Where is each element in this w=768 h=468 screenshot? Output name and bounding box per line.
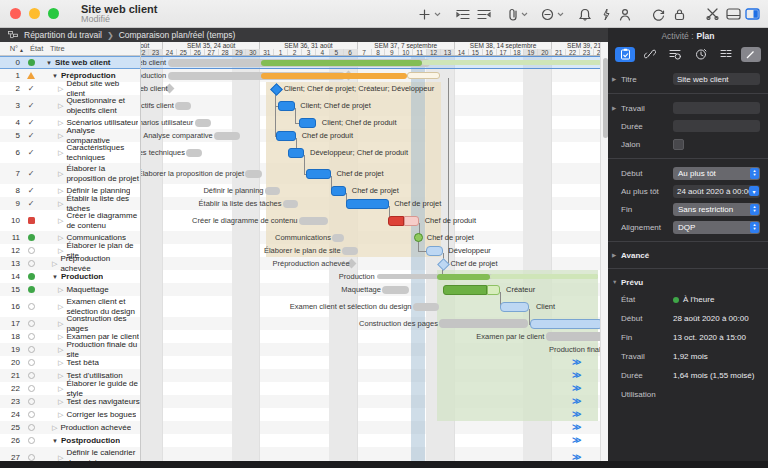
disclosure-leaf-icon[interactable]: ▷ xyxy=(58,320,63,328)
disclosure-icon[interactable]: ▶ xyxy=(612,76,621,82)
task-bar[interactable] xyxy=(331,186,346,196)
summary-progress-bar[interactable] xyxy=(437,274,490,280)
breadcrumb-part-2[interactable]: Comparaison plan/réel (temps) xyxy=(119,30,236,40)
vertical-scrollbar[interactable] xyxy=(600,42,608,468)
table-row[interactable]: 23▷Test des navigateurs xyxy=(0,395,140,408)
phase-remaining-outline[interactable] xyxy=(407,72,440,79)
overdue-remaining-bar[interactable] xyxy=(404,216,419,226)
actual-grey-bar[interactable] xyxy=(439,319,527,328)
disclosure-icon[interactable]: ▶ xyxy=(612,105,621,111)
breadcrumb-part-1[interactable]: Répartition du travail xyxy=(24,30,102,40)
active-task-remaining-bar[interactable] xyxy=(487,285,500,295)
planned-ghost-bar[interactable] xyxy=(245,170,262,178)
planned-ghost-bar[interactable] xyxy=(186,149,202,157)
disclosure-leaf-icon[interactable]: ▷ xyxy=(58,359,63,367)
inspector-tab-link[interactable] xyxy=(640,47,660,62)
table-row[interactable]: 14▼Production xyxy=(0,270,140,283)
sync-icon[interactable] xyxy=(652,4,665,24)
table-row[interactable]: 13▷Préproduction achevée xyxy=(0,257,140,270)
offscreen-task-indicator[interactable]: ≫ xyxy=(572,371,581,380)
inspector-tab-pencil[interactable] xyxy=(741,47,761,62)
panel-right-icon[interactable] xyxy=(745,4,760,24)
disclosure-leaf-icon[interactable]: ▷ xyxy=(58,346,63,354)
planned-ghost-bar[interactable] xyxy=(382,286,409,294)
disclosure-leaf-icon[interactable]: ▷ xyxy=(58,170,63,178)
stepper-icon[interactable]: ▲▼ xyxy=(750,168,759,179)
bell-icon[interactable] xyxy=(579,4,591,24)
planned-ghost-bar[interactable] xyxy=(342,247,358,255)
stepper-icon[interactable]: ▲▼ xyxy=(750,222,759,233)
table-row[interactable]: 25▷Production achevée xyxy=(0,421,140,434)
attach-icon[interactable] xyxy=(508,4,518,24)
disclosure-open-icon[interactable]: ▼ xyxy=(52,438,58,444)
scrollbar-thumb[interactable] xyxy=(603,58,608,138)
gantt-pane[interactable]: Site web clientPréproductionDébut site w… xyxy=(141,56,600,462)
task-bar[interactable] xyxy=(299,118,316,128)
summary-remaining-bar[interactable] xyxy=(422,60,600,65)
disclosure-leaf-icon[interactable]: ▷ xyxy=(52,424,57,432)
task-bar-light[interactable] xyxy=(530,319,600,329)
planned-ghost-bar[interactable] xyxy=(413,303,439,311)
disclosure-leaf-icon[interactable]: ▷ xyxy=(58,217,63,225)
chevron-down-icon[interactable] xyxy=(557,4,564,24)
table-row[interactable]: 3✓▷Questionnaire et objectifs client xyxy=(0,95,140,116)
offscreen-task-indicator[interactable]: ≫ xyxy=(572,436,581,445)
disclosure-leaf-icon[interactable]: ▷ xyxy=(58,286,63,294)
table-row[interactable]: 5✓▷Analyse comparative xyxy=(0,129,140,142)
phase-progress-bar[interactable] xyxy=(261,73,407,79)
planned-ghost-bar[interactable] xyxy=(283,200,298,208)
table-row[interactable]: 27▷Définir le calendrier de maintenance xyxy=(0,447,140,462)
offscreen-task-indicator[interactable]: ≫ xyxy=(572,410,581,419)
table-row[interactable]: 0▼Site web client xyxy=(0,56,140,69)
disclosure-open-icon[interactable]: ▼ xyxy=(46,60,52,66)
dropdown-select[interactable]: DQP▲▼ xyxy=(673,221,760,234)
table-row[interactable]: 10▷Créer le diagramme de contenu xyxy=(0,210,140,231)
table-row[interactable]: 2✓▷Début site web client xyxy=(0,82,140,95)
disclosure-leaf-icon[interactable]: ▷ xyxy=(58,411,63,419)
column-header-state[interactable]: État xyxy=(24,44,48,53)
outdent-icon[interactable] xyxy=(477,4,491,24)
lock-icon[interactable] xyxy=(674,4,685,24)
offscreen-task-indicator[interactable]: ≫ xyxy=(572,358,581,367)
overdue-task-bar[interactable] xyxy=(388,216,404,226)
disclosure-open-icon[interactable]: ▼ xyxy=(52,73,58,79)
task-bar[interactable] xyxy=(306,169,331,179)
table-row[interactable]: 6✓▷Caractéristiques techniques xyxy=(0,142,140,163)
disclosure-leaf-icon[interactable]: ▷ xyxy=(58,385,63,393)
task-bar-light[interactable] xyxy=(426,246,443,256)
checkbox[interactable] xyxy=(673,139,684,150)
close-window-button[interactable] xyxy=(10,8,21,19)
disclosure-leaf-icon[interactable]: ▷ xyxy=(58,149,63,157)
add-icon[interactable] xyxy=(418,4,431,24)
active-task-bar[interactable] xyxy=(443,285,487,295)
disclosure-leaf-icon[interactable]: ▷ xyxy=(58,398,63,406)
cut-icon[interactable] xyxy=(706,4,719,24)
stepper-icon[interactable]: ▲▼ xyxy=(750,204,759,215)
inspector-tab-finance[interactable] xyxy=(665,47,685,62)
table-row[interactable]: 9✓▷Établir la liste des tâches xyxy=(0,197,140,210)
panel-bottom-icon[interactable] xyxy=(726,4,741,24)
dropdown-select[interactable]: Sans restriction▲▼ xyxy=(673,203,760,216)
chevron-down-icon[interactable] xyxy=(434,4,441,24)
minimize-window-button[interactable] xyxy=(29,8,40,19)
disclosure-leaf-icon[interactable]: ▷ xyxy=(58,200,63,208)
offscreen-task-indicator[interactable]: ≫ xyxy=(572,423,581,432)
planned-ghost-bar[interactable] xyxy=(332,234,344,242)
table-row[interactable]: 24▷Corriger les bogues xyxy=(0,408,140,421)
summary-remaining-bar[interactable] xyxy=(490,274,598,279)
person-icon[interactable] xyxy=(619,4,631,24)
text-input[interactable]: Site web client xyxy=(673,73,760,85)
bolt-icon[interactable] xyxy=(602,4,610,24)
planned-ghost-bar[interactable] xyxy=(299,217,328,225)
planned-ghost-bar[interactable] xyxy=(214,132,240,140)
dropdown-select[interactable]: Au plus tôt▲▼ xyxy=(673,167,760,180)
table-row[interactable]: 17▷Construction des pages xyxy=(0,317,140,330)
remove-icon[interactable] xyxy=(541,4,554,24)
column-header-num[interactable]: N°▲ xyxy=(0,44,24,53)
date-picker-button[interactable]: ▾ xyxy=(749,186,759,196)
task-bar[interactable] xyxy=(346,199,388,209)
task-bar-light[interactable] xyxy=(500,302,529,312)
planned-ghost-bar[interactable] xyxy=(175,102,191,110)
table-row[interactable]: 20▷Test bêta xyxy=(0,356,140,369)
disclosure-icon[interactable]: ▶ xyxy=(612,252,621,258)
